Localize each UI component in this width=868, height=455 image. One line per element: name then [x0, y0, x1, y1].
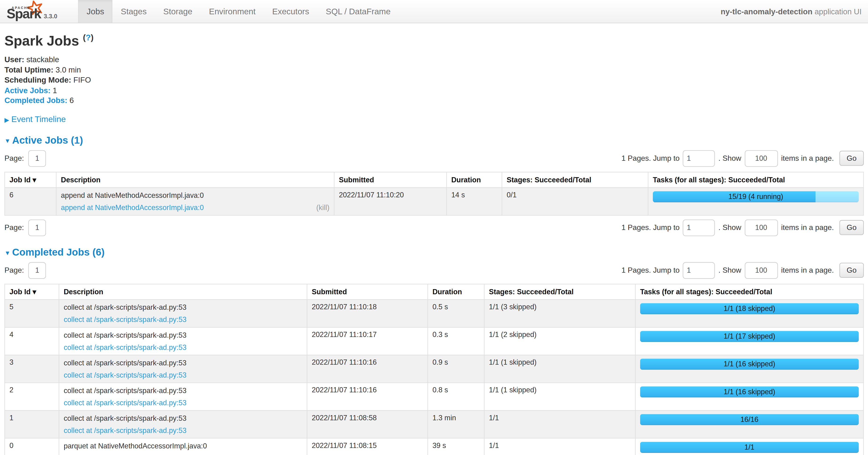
duration-cell: 1.3 min: [428, 410, 484, 438]
column-header-description[interactable]: Description: [56, 172, 334, 188]
submitted-cell: 2022/11/07 11:10:20: [334, 188, 447, 215]
pages-jump-text: 1 Pages. Jump to: [621, 224, 680, 232]
progress-label: 1/1 (16 skipped): [640, 386, 859, 397]
duration-cell: 0.3 s: [428, 327, 484, 355]
tab-stages[interactable]: Stages: [113, 0, 155, 23]
tab-storage[interactable]: Storage: [155, 0, 200, 23]
column-header-job-id[interactable]: Job Id ▾: [5, 284, 59, 300]
submitted-cell: 2022/11/07 11:10:16: [307, 383, 428, 410]
column-header-job-id[interactable]: Job Id ▾: [5, 172, 56, 188]
items-text: items in a page.: [781, 154, 834, 162]
items-text: items in a page.: [781, 224, 834, 232]
progress-label: 1/1: [640, 442, 859, 453]
duration-cell: 39 s: [428, 438, 484, 455]
page-number-input[interactable]: [28, 262, 46, 279]
description-cell: collect at /spark-scripts/spark-ad.py:53…: [59, 355, 307, 383]
summary-item: Active Jobs: 1: [4, 85, 864, 95]
spark-logo: APACHE Spark: [6, 2, 41, 21]
column-header-submitted[interactable]: Submitted: [307, 284, 428, 300]
column-header-duration[interactable]: Duration: [446, 172, 502, 188]
description-link[interactable]: collect at /spark-scripts/spark-ad.py:53: [64, 398, 187, 407]
summary-item: User: stackable: [4, 54, 864, 65]
jump-to-page-input[interactable]: [683, 219, 715, 236]
submitted-cell: 2022/11/07 11:08:15: [307, 438, 428, 455]
active-jobs-pagination-top: Page: 1 Pages. Jump to . Show items in a…: [4, 150, 864, 167]
column-header-submitted[interactable]: Submitted: [334, 172, 447, 188]
kill-link[interactable]: (kill): [316, 203, 329, 212]
application-name: ny-tlc-anomaly-detection: [721, 7, 812, 16]
active-jobs-heading[interactable]: ▼Active Jobs (1): [4, 135, 864, 146]
progress-label: 1/1 (16 skipped): [640, 359, 859, 370]
page-number-input[interactable]: [28, 150, 46, 167]
collapse-arrow-icon: ▼: [4, 137, 10, 144]
column-header-duration[interactable]: Duration: [428, 284, 484, 300]
column-header-tasks-for-all-stages-succeeded-total[interactable]: Tasks (for all stages): Succeeded/Total: [648, 172, 864, 188]
go-button[interactable]: Go: [839, 220, 864, 235]
pages-jump-text: 1 Pages. Jump to: [621, 154, 680, 162]
table-row: 1collect at /spark-scripts/spark-ad.py:5…: [5, 410, 864, 438]
stages-cell: 1/1: [484, 410, 636, 438]
items-per-page-input[interactable]: [744, 219, 778, 236]
tasks-progress-bar: 16/16: [640, 414, 859, 425]
column-header-description[interactable]: Description: [59, 284, 307, 300]
tasks-progress-bar: 1/1 (17 skipped): [640, 331, 859, 342]
completed-jobs-body: 5collect at /spark-scripts/spark-ad.py:5…: [5, 300, 864, 455]
items-per-page-input[interactable]: [744, 150, 778, 167]
submitted-cell: 2022/11/07 11:08:58: [307, 410, 428, 438]
tasks-cell: 1/1 (16 skipped): [636, 383, 864, 410]
completed-jobs-heading[interactable]: ▼Completed Jobs (6): [4, 247, 864, 258]
pages-jump-text: 1 Pages. Jump to: [621, 266, 680, 275]
spark-version: 3.3.0: [44, 13, 57, 21]
tab-sql-dataframe[interactable]: SQL / DataFrame: [317, 0, 399, 23]
description-link[interactable]: append at NativeMethodAccessorImpl.java:…: [61, 203, 204, 212]
help-link[interactable]: ?: [86, 33, 91, 42]
tab-jobs[interactable]: Jobs: [78, 0, 113, 23]
active-jobs-body: 6append at NativeMethodAccessorImpl.java…: [5, 188, 864, 215]
duration-cell: 0.5 s: [428, 300, 484, 327]
column-header-tasks-for-all-stages-succeeded-total[interactable]: Tasks (for all stages): Succeeded/Total: [636, 284, 864, 300]
jump-to-page-input[interactable]: [683, 262, 715, 279]
summary-value: stackable: [24, 55, 59, 64]
page-number-input[interactable]: [28, 219, 46, 236]
progress-label: 1/1 (17 skipped): [640, 331, 859, 342]
description-text: append at NativeMethodAccessorImpl.java:…: [61, 191, 330, 200]
duration-cell: 0.8 s: [428, 383, 484, 410]
navbar: APACHE Spark 3.3.0 JobsStagesStorageEnvi…: [0, 0, 868, 23]
description-link[interactable]: collect at /spark-scripts/spark-ad.py:53: [64, 315, 187, 324]
tasks-cell: 1/1: [636, 438, 864, 455]
job-summary-list: User: stackableTotal Uptime: 3.0 minSche…: [4, 54, 864, 106]
table-row: 0parquet at NativeMethodAccessorImpl.jav…: [5, 438, 864, 455]
job-id-cell: 1: [5, 410, 59, 438]
description-text: collect at /spark-scripts/spark-ad.py:53: [64, 303, 302, 312]
tasks-progress-bar: 1/1 (18 skipped): [640, 303, 859, 314]
completed-jobs-table: Job Id ▾DescriptionSubmittedDurationStag…: [4, 284, 864, 455]
tasks-progress-bar: 1/1 (16 skipped): [640, 359, 859, 370]
description-link[interactable]: collect at /spark-scripts/spark-ad.py:53: [64, 370, 187, 380]
submitted-cell: 2022/11/07 11:10:16: [307, 355, 428, 383]
duration-cell: 0.9 s: [428, 355, 484, 383]
description-link[interactable]: collect at /spark-scripts/spark-ad.py:53: [64, 426, 187, 435]
spark-brand: APACHE Spark 3.3.0: [0, 0, 64, 23]
job-id-cell: 6: [5, 188, 56, 215]
summary-item: Total Uptime: 3.0 min: [4, 65, 864, 75]
summary-value: 3.0 min: [54, 65, 81, 74]
description-link[interactable]: collect at /spark-scripts/spark-ad.py:53: [64, 342, 187, 352]
stages-cell: 1/1 (1 skipped): [484, 355, 636, 383]
description-link[interactable]: parquet at NativeMethodAccessorImpl.java…: [64, 453, 207, 455]
items-per-page-input[interactable]: [744, 262, 778, 279]
jump-to-page-input[interactable]: [683, 150, 715, 167]
go-button[interactable]: Go: [839, 263, 864, 278]
go-button[interactable]: Go: [839, 151, 864, 166]
summary-label[interactable]: Active Jobs:: [4, 86, 51, 95]
tasks-cell: 15/19 (4 running): [648, 188, 864, 215]
event-timeline-toggle[interactable]: ▶Event Timeline: [4, 114, 66, 123]
tab-environment[interactable]: Environment: [200, 0, 264, 23]
column-header-stages-succeeded-total[interactable]: Stages: Succeeded/Total: [484, 284, 636, 300]
summary-label[interactable]: Completed Jobs:: [4, 96, 67, 105]
description-text: collect at /spark-scripts/spark-ad.py:53: [64, 330, 302, 340]
summary-item: Scheduling Mode: FIFO: [4, 75, 864, 85]
job-id-cell: 3: [5, 355, 59, 383]
application-id: ny-tlc-anomaly-detection application UI: [721, 7, 868, 16]
column-header-stages-succeeded-total[interactable]: Stages: Succeeded/Total: [502, 172, 648, 188]
tab-executors[interactable]: Executors: [264, 0, 317, 23]
